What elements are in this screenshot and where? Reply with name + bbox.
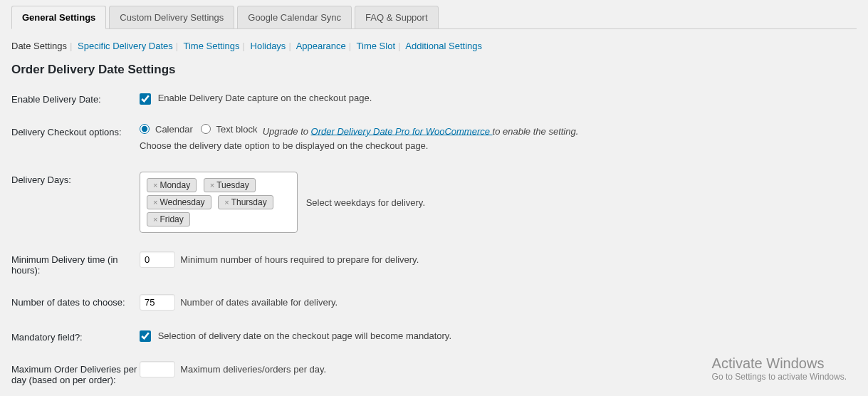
subnav-additional[interactable]: Additional Settings	[405, 41, 482, 51]
row-mandatory: Mandatory field?: Selection of delivery …	[11, 329, 857, 343]
label-max-orders: Maximum Order Deliveries per day (based …	[11, 361, 140, 385]
tag-tuesday[interactable]: ×Tuesday	[204, 178, 256, 192]
tag-friday[interactable]: ×Friday	[147, 212, 190, 226]
upgrade-link[interactable]: Order Delivery Date Pro for WooCommerce	[311, 125, 493, 136]
input-max-orders[interactable]	[140, 361, 175, 377]
tab-custom-delivery[interactable]: Custom Delivery Settings	[109, 6, 234, 29]
radio-calendar-label[interactable]: Calendar	[140, 124, 193, 135]
subnav-holidays[interactable]: Holidays	[251, 41, 286, 51]
label-days: Delivery Days:	[11, 172, 140, 185]
tab-google-calendar[interactable]: Google Calendar Sync	[237, 6, 352, 29]
page-title: Order Delivery Date Settings	[11, 63, 857, 77]
checkbox-enable-date[interactable]	[140, 93, 151, 105]
radio-calendar[interactable]	[140, 124, 150, 134]
desc-days: Select weekdays for delivery.	[306, 172, 425, 208]
label-min-time: Minimum Delivery time (in hours):	[11, 251, 140, 276]
remove-icon[interactable]: ×	[153, 181, 157, 189]
row-max-orders: Maximum Order Deliveries per day (based …	[11, 361, 857, 385]
remove-icon[interactable]: ×	[153, 215, 157, 224]
desc-enable-date: Enable Delivery Date capture on the chec…	[158, 93, 372, 103]
tag-wednesday[interactable]: ×Wednesday	[147, 195, 211, 209]
label-enable-date: Enable Delivery Date:	[11, 91, 140, 105]
subnav-specific-dates[interactable]: Specific Delivery Dates	[78, 41, 173, 51]
upgrade-prefix: Upgrade to	[263, 125, 311, 136]
sub-nav: Date Settings| Specific Delivery Dates| …	[11, 41, 857, 51]
tab-wrapper: General Settings Custom Delivery Setting…	[11, 0, 857, 29]
tag-monday[interactable]: ×Monday	[147, 178, 197, 192]
row-num-dates: Number of dates to choose: Number of dat…	[11, 294, 857, 311]
checkbox-mandatory[interactable]	[140, 330, 151, 342]
desc-num-dates: Number of dates available for delivery.	[180, 297, 338, 308]
tag-thursday[interactable]: ×Thursday	[218, 195, 273, 209]
subnav-appearance[interactable]: Appearance	[296, 41, 346, 51]
desc-min-time: Minimum number of hours required to prep…	[180, 254, 419, 265]
row-checkout-options: Delivery Checkout options: Calendar Text…	[11, 124, 857, 153]
upgrade-suffix: to enable the setting.	[493, 125, 579, 136]
tab-general-settings[interactable]: General Settings	[11, 6, 106, 29]
subnav-time-slot[interactable]: Time Slot	[357, 41, 395, 51]
subnav-time-settings[interactable]: Time Settings	[184, 41, 240, 51]
remove-icon[interactable]: ×	[210, 181, 214, 189]
input-min-time[interactable]	[140, 251, 175, 268]
desc-max-orders: Maximum deliveries/orders per day.	[180, 364, 326, 375]
row-delivery-days: Delivery Days: ×Monday ×Tuesday ×Wednesd…	[11, 172, 857, 233]
label-mandatory: Mandatory field?:	[11, 329, 140, 343]
days-multiselect[interactable]: ×Monday ×Tuesday ×Wednesday ×Thursday ×F…	[140, 172, 298, 233]
label-num-dates: Number of dates to choose:	[11, 294, 140, 308]
subnav-date-settings[interactable]: Date Settings	[11, 41, 67, 51]
form-table: Enable Delivery Date: Enable Delivery Da…	[11, 91, 857, 396]
radio-textblock-label[interactable]: Text block	[201, 124, 258, 135]
input-num-dates[interactable]	[140, 294, 175, 311]
desc-checkout: Choose the delivery date option to be di…	[140, 139, 857, 153]
remove-icon[interactable]: ×	[224, 198, 229, 207]
radio-textblock[interactable]	[201, 124, 211, 134]
tab-faq-support[interactable]: FAQ & Support	[355, 6, 438, 29]
row-enable-delivery-date: Enable Delivery Date: Enable Delivery Da…	[11, 91, 857, 105]
remove-icon[interactable]: ×	[153, 198, 157, 207]
row-min-time: Minimum Delivery time (in hours): Minimu…	[11, 251, 857, 276]
desc-mandatory: Selection of delivery date on the checko…	[158, 330, 451, 341]
label-checkout: Delivery Checkout options:	[11, 124, 140, 137]
